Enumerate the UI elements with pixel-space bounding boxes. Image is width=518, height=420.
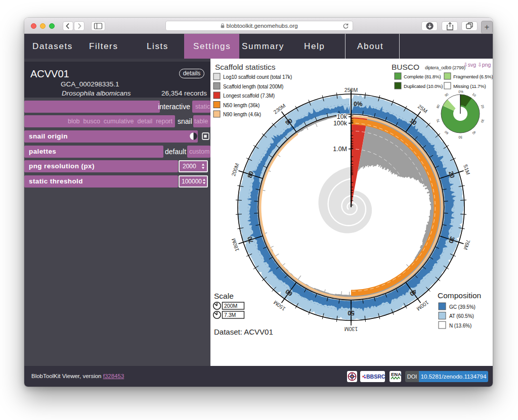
svg-text:Composition: Composition — [438, 291, 481, 300]
svg-text:BUSCO: BUSCO — [392, 63, 419, 71]
svg-text:Fragmented (6.5%): Fragmented (6.5%) — [453, 74, 493, 79]
svg-text:90: 90 — [444, 92, 449, 97]
svg-text:0%: 0% — [354, 101, 363, 108]
svg-text:40: 40 — [471, 130, 477, 135]
svg-text:Scaffold statistics: Scaffold statistics — [215, 63, 276, 71]
svg-text:Duplicated (10.0%): Duplicated (10.0%) — [404, 83, 443, 89]
svg-text:50: 50 — [348, 309, 355, 316]
svg-text:Complete (81.8%): Complete (81.8%) — [404, 74, 441, 79]
svg-text:Dataset: ACVV01: Dataset: ACVV01 — [214, 328, 273, 336]
svg-text:10: 10 — [471, 92, 477, 97]
svg-text:20: 20 — [481, 104, 485, 109]
svg-text:diptera_odb9 (2799): diptera_odb9 (2799) — [425, 65, 465, 70]
svg-text:Scale: Scale — [214, 292, 234, 300]
svg-text:⇩svg: ⇩svg — [463, 62, 476, 68]
svg-text:0%: 0% — [458, 90, 463, 94]
svg-text:Scaffold length (total 200M): Scaffold length (total 200M) — [223, 84, 283, 89]
svg-text:150M: 150M — [272, 299, 286, 312]
svg-text:51M: 51M — [462, 164, 471, 175]
svg-text:100k: 100k — [333, 120, 348, 127]
svg-text:50: 50 — [458, 135, 462, 139]
svg-text:Longest scaffold (7.3M): Longest scaffold (7.3M) — [223, 93, 275, 99]
svg-text:Log10 scaffold count (total 17: Log10 scaffold count (total 17k) — [223, 74, 292, 80]
svg-text:BBSRC: BBSRC — [366, 374, 385, 380]
svg-text:N (13.6%): N (13.6%) — [449, 323, 471, 329]
svg-text:N50 length (36k): N50 length (36k) — [223, 103, 260, 108]
svg-text:180M: 180M — [230, 238, 240, 252]
svg-text:GC (39.5%): GC (39.5%) — [449, 304, 476, 310]
svg-text:⇩png: ⇩png — [478, 62, 491, 68]
svg-text:1.0M: 1.0M — [333, 146, 347, 153]
svg-text:AT (60.5%): AT (60.5%) — [449, 313, 474, 319]
svg-text:ENA: ENA — [391, 371, 401, 377]
svg-text:76M: 76M — [462, 239, 471, 251]
svg-text:70: 70 — [436, 118, 440, 123]
svg-text:230M: 230M — [272, 102, 286, 115]
svg-text:200M: 200M — [224, 303, 237, 309]
svg-text:250M: 250M — [344, 87, 358, 93]
svg-text:Missing (11.7%): Missing (11.7%) — [453, 83, 486, 89]
svg-text:80: 80 — [436, 104, 440, 109]
svg-text:25M: 25M — [417, 103, 429, 114]
svg-text:30: 30 — [481, 119, 485, 123]
svg-text:N90 length (4.6k): N90 length (4.6k) — [223, 112, 261, 117]
svg-text:130M: 130M — [344, 326, 358, 332]
svg-text:100M: 100M — [415, 299, 429, 312]
svg-text:7.3M: 7.3M — [224, 312, 236, 318]
svg-text:60: 60 — [444, 130, 449, 135]
svg-text:200M: 200M — [230, 162, 240, 177]
